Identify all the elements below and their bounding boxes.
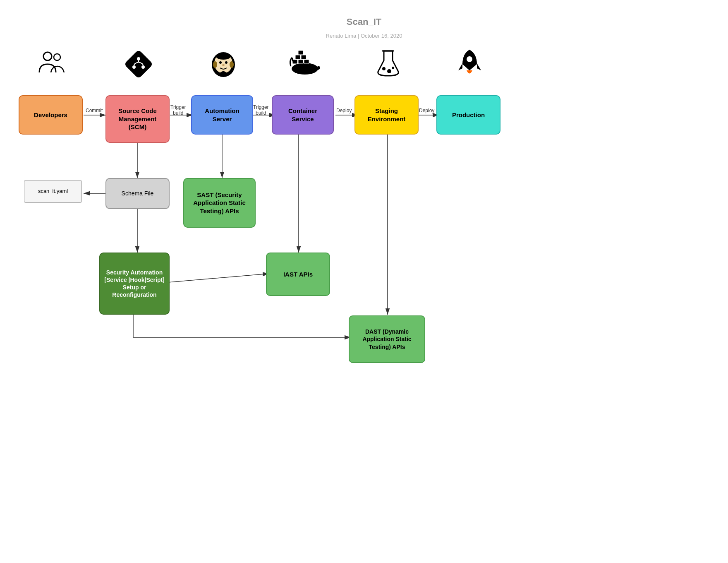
svg-rect-34 xyxy=(301,55,306,59)
jenkins-icon xyxy=(190,49,256,82)
rocket-icon xyxy=(436,48,503,78)
staging-icon xyxy=(355,49,421,79)
trigger-build-2-label: Trigger build xyxy=(253,104,269,116)
developers-icon xyxy=(19,50,85,80)
dast-box: DAST (Dynamic Application Static Testing… xyxy=(349,315,425,363)
developers-box: Developers xyxy=(19,95,83,135)
svg-point-26 xyxy=(222,64,225,66)
svg-rect-31 xyxy=(298,60,303,64)
production-box: Production xyxy=(436,95,500,135)
svg-point-40 xyxy=(467,56,472,62)
svg-rect-35 xyxy=(298,51,303,55)
svg-point-17 xyxy=(137,57,140,60)
deploy-2-label: Deploy xyxy=(419,108,434,113)
svg-point-15 xyxy=(54,54,60,60)
svg-point-23 xyxy=(216,53,231,60)
scan-it-yaml-box: scan_it.yaml xyxy=(24,180,82,203)
security-automation-box: Security Automation [Service |Hook|Scrip… xyxy=(99,253,170,315)
trigger-build-1-label: Trigger build xyxy=(170,104,186,116)
svg-point-37 xyxy=(382,67,386,70)
iast-box: IAST APIs xyxy=(266,253,330,296)
svg-point-39 xyxy=(392,67,394,69)
docker-icon xyxy=(271,49,337,77)
svg-rect-32 xyxy=(304,60,309,64)
scm-box: Source Code Management (SCM) xyxy=(105,95,170,143)
container-box: Container Service xyxy=(272,95,334,135)
svg-point-25 xyxy=(225,61,228,64)
svg-point-24 xyxy=(219,61,222,64)
staging-box: Staging Environment xyxy=(354,95,419,135)
svg-point-19 xyxy=(141,65,145,69)
svg-point-14 xyxy=(43,52,52,60)
diagram-container: Scan_IT Renato Lima | October 16, 2020 xyxy=(0,0,728,563)
header: Scan_IT Renato Lima | October 16, 2020 xyxy=(281,17,447,39)
svg-point-18 xyxy=(132,65,136,69)
deploy-1-label: Deploy xyxy=(336,108,352,113)
diagram-subtitle: Renato Lima | October 16, 2020 xyxy=(281,33,447,39)
svg-rect-33 xyxy=(295,55,300,59)
automation-box: Automation Server xyxy=(191,95,253,135)
svg-line-12 xyxy=(168,274,269,282)
scm-icon xyxy=(105,50,172,80)
svg-point-38 xyxy=(387,69,391,73)
commit-label: Commit xyxy=(86,108,103,113)
diagram-title: Scan_IT xyxy=(281,17,447,30)
schema-file-box: Schema File xyxy=(105,178,170,209)
sast-box: SAST (Security Application Static Testin… xyxy=(183,178,256,228)
svg-point-29 xyxy=(292,63,318,75)
svg-point-27 xyxy=(213,61,217,68)
svg-point-28 xyxy=(230,61,234,68)
